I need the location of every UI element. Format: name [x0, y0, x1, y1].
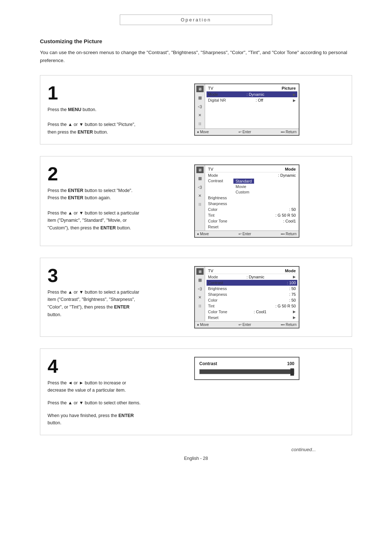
- step2-contrast-label: Contrast: [208, 179, 233, 183]
- step3-sidebar-picture-icon: 🖥: [196, 268, 204, 275]
- step-2-number: 2: [48, 164, 142, 183]
- contrast-bar-track: [199, 369, 294, 374]
- contrast-display: Contrast 100: [194, 357, 299, 380]
- sidebar-display-icon: ▦: [196, 94, 204, 101]
- step-2-row-reset: Reset: [207, 224, 297, 230]
- step-2-tv-content: TV Mode Mode : Dynamic Contrast Standard…: [205, 165, 299, 230]
- step3-sidebar-display-icon: ▦: [196, 277, 204, 283]
- step-4-text-1: Press the ◄ or ► button to increase or d…: [48, 379, 142, 394]
- step-1-right: 🖥 ▦ ◁) ✕ ⁞⁞ TV Picture Mode : Dyna: [149, 83, 344, 136]
- step-2-header-tv: TV: [208, 167, 213, 171]
- step-2-text: Press the ENTER button to select "Mode".…: [48, 187, 142, 232]
- step-2-row-mode: Mode : Dynamic: [207, 172, 297, 178]
- step-3-sidebar: 🖥 ▦ ◁) ✕ ⁞⁞: [195, 267, 205, 321]
- intro-text: You can use the on-screen menus to chang…: [40, 49, 352, 64]
- contrast-label: Contrast: [199, 361, 217, 366]
- step3-sidebar-speaker-icon: ◁): [196, 286, 204, 292]
- page-number: English - 28: [184, 456, 208, 461]
- step-3-header-mode: Mode: [285, 269, 296, 273]
- step-3-tv-menu: 🖥 ▦ ◁) ✕ ⁞⁞ TV Mode Mode : Dynamic: [194, 266, 299, 328]
- step-2-row-color: Color : 50: [207, 207, 297, 212]
- step-1-row-mode: Mode : Dynamic ▶: [207, 91, 297, 97]
- step-2-row-brightness: Brightness: [207, 195, 297, 201]
- step2-custom-option: Custom: [233, 189, 254, 195]
- step2-sidebar-picture-icon: 🖥: [196, 167, 204, 173]
- step-3-header-tv: TV: [208, 269, 213, 273]
- step-2-right: 🖥 ▦ ◁) ✕ ⁞⁞ TV Mode Mode : Dynamic: [149, 164, 344, 238]
- step-3-text: Press the ▲ or ▼ button to select a part…: [48, 289, 142, 319]
- step-4-number: 4: [48, 357, 142, 376]
- step-3-row-contrast: Contrast : 100: [207, 280, 297, 286]
- step2-standard-option: Standard: [233, 179, 254, 184]
- step-2-row-tint: Tint : G 50 R 50: [207, 212, 297, 218]
- contrast-header: Contrast 100: [199, 361, 294, 366]
- step-1-text: Press the MENU button. Press the ▲ or ▼ …: [48, 106, 142, 136]
- step-1-sidebar: 🖥 ▦ ◁) ✕ ⁞⁞: [195, 84, 205, 128]
- continued-text: continued...: [40, 447, 316, 452]
- step-4-text-2: Press the ▲ or ▼ button to select other …: [48, 399, 142, 407]
- step2-movie-option: Movie: [233, 184, 254, 189]
- header-label: Operation: [181, 17, 211, 23]
- step-2-row-sharpness: Sharpness: [207, 201, 297, 207]
- page-header: Operation: [120, 15, 272, 25]
- step2-sidebar-speaker-icon: ◁): [196, 184, 204, 191]
- step-4-left: 4 Press the ◄ or ► button to increase or…: [48, 357, 142, 427]
- page-footer: English - 28: [0, 456, 392, 472]
- step-3-row-mode: Mode : Dynamic ▶: [207, 274, 297, 280]
- step-3: 3 Press the ▲ or ▼ button to select a pa…: [40, 258, 352, 337]
- sidebar-picture-icon: 🖥: [196, 86, 204, 92]
- step-1-tv-content: TV Picture Mode : Dynamic ▶ Digital NR :…: [205, 84, 299, 128]
- sidebar-speaker-icon: ◁): [196, 103, 204, 110]
- step-4: 4 Press the ◄ or ► button to increase or…: [40, 348, 352, 435]
- step-3-row-color: Color : 50: [207, 297, 297, 303]
- step3-sidebar-x-icon: ✕: [196, 294, 204, 301]
- sidebar-grid-icon: ⁞⁞: [196, 121, 204, 127]
- contrast-value: 100: [287, 361, 294, 366]
- step-2-row-colortone: Color Tone : Cool1: [207, 218, 297, 224]
- step-4-instructions: Press the ◄ or ► button to increase or d…: [48, 379, 142, 427]
- step-1: 1 Press the MENU button. Press the ▲ or …: [40, 75, 352, 144]
- contrast-bar-fill: [200, 369, 294, 374]
- step-3-right: 🖥 ▦ ◁) ✕ ⁞⁞ TV Mode Mode : Dynamic: [149, 266, 344, 328]
- step2-sidebar-x-icon: ✕: [196, 193, 204, 199]
- step-3-header: TV Mode: [207, 268, 297, 274]
- step2-sidebar-display-icon: ▦: [196, 175, 204, 182]
- step-2-footer: ♦ Move ↩ Enter ▪▪▪ Return: [195, 230, 299, 237]
- step-3-row-sharpness: Sharpness : 75: [207, 291, 297, 297]
- step-2-tv-menu: 🖥 ▦ ◁) ✕ ⁞⁞ TV Mode Mode : Dynamic: [194, 164, 299, 238]
- step-3-tv-content: TV Mode Mode : Dynamic ▶ Contrast : 100: [205, 267, 299, 321]
- step-2-header-mode: Mode: [285, 167, 296, 171]
- step-1-header-tv: TV: [208, 86, 213, 90]
- step-3-row-colortone: Color Tone : Cool1 ▶: [207, 309, 297, 315]
- step-3-left: 3 Press the ▲ or ▼ button to select a pa…: [48, 266, 142, 319]
- step-2-header: TV Mode: [207, 166, 297, 172]
- step-3-number: 3: [48, 266, 142, 285]
- step-1-header-picture: Picture: [282, 86, 296, 90]
- step-3-row-brightness: Brightness : 50: [207, 286, 297, 291]
- step-1-tv-menu: 🖥 ▦ ◁) ✕ ⁞⁞ TV Picture Mode : Dyna: [194, 83, 299, 136]
- contrast-bar-handle: [290, 368, 294, 376]
- step-4-right: Contrast 100: [149, 357, 344, 380]
- step-3-footer: ♦ Move ↩ Enter ▪▪▪ Return: [195, 321, 299, 328]
- sidebar-x-icon: ✕: [196, 112, 204, 118]
- step3-sidebar-grid-icon: ⁞⁞: [196, 303, 204, 310]
- step-1-footer: ♦ Move ↩ Enter ▪▪▪ Return: [195, 128, 299, 135]
- step-2-left: 2 Press the ENTER button to select "Mode…: [48, 164, 142, 232]
- step-2-sidebar: 🖥 ▦ ◁) ✕ ⁞⁞: [195, 165, 205, 230]
- main-content: Customizing the Picture You can use the …: [40, 25, 352, 452]
- step-3-row-reset: Reset ▶: [207, 315, 297, 320]
- step-2: 2 Press the ENTER button to select "Mode…: [40, 156, 352, 246]
- step-3-row-tint: Tint : G 50 R 50: [207, 303, 297, 309]
- step-1-header: TV Picture: [207, 85, 297, 91]
- step-4-text-3: When you have finished, press the ENTER …: [48, 412, 142, 427]
- step-1-left: 1 Press the MENU button. Press the ▲ or …: [48, 83, 142, 136]
- step-1-row-digitalnr: Digital NR : Off ▶: [207, 97, 297, 103]
- section-title: Customizing the Picture: [40, 38, 352, 44]
- step-1-number: 1: [48, 83, 142, 102]
- step2-sidebar-grid-icon: ⁞⁞: [196, 201, 204, 208]
